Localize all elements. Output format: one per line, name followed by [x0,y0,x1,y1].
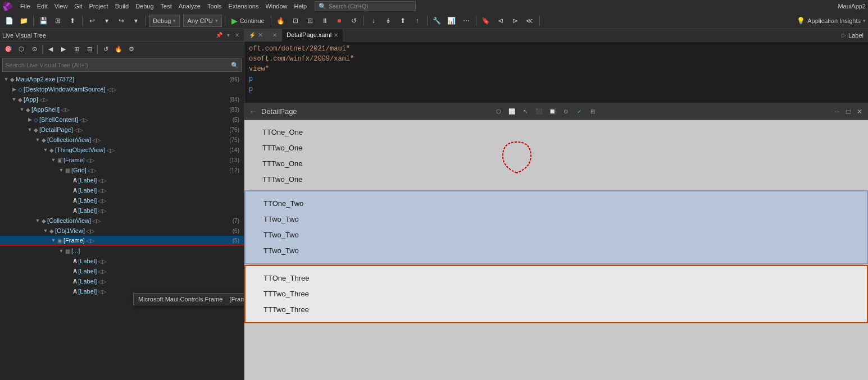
tree-node-14[interactable]: ▼ ◆ [CollectionView] ◁▷ (7) [0,216,244,226]
back-arrow-icon[interactable]: ← [249,107,258,117]
expand-icon-0[interactable]: ▼ [2,76,10,82]
tree-hot-reload-btn[interactable]: 🔥 [112,43,125,56]
preview-maximize-btn[interactable]: □ [844,108,852,116]
expand-icon-16[interactable]: ▼ [49,237,57,243]
preview-expand-btn[interactable]: ⊞ [588,107,598,117]
redo-dropdown-btn[interactable]: ▾ [129,14,143,28]
undo-dropdown-btn[interactable]: ▾ [100,14,113,28]
preview-select-btn[interactable]: 🔲 [547,107,557,117]
expand-icon-7[interactable]: ▼ [42,147,49,153]
platform-dropdown[interactable]: Any CPU ▾ [183,15,221,27]
menu-debug[interactable]: Debug [132,0,157,12]
tree-node-3[interactable]: ▼ ◆ [AppShell] ◁▷ (83) [0,104,244,115]
debug-tools-btn[interactable]: 🔧 [430,14,444,28]
expand-icon-3[interactable]: ▼ [18,107,26,112]
tree-settings-btn[interactable]: ⚙ [125,43,138,56]
preview-back-btn[interactable]: ⬡ [493,107,503,117]
step-btn4[interactable]: ↑ [411,14,424,28]
tree-node-4[interactable]: ▶ ◇ [ShellContent] ◁▷ (5) [0,115,244,125]
panel-menu-btn[interactable]: ▾ [224,31,233,40]
restart-btn[interactable]: ↺ [347,14,361,28]
tree-select-btn[interactable]: ⬡ [15,43,28,56]
tab-item-2[interactable]: ✕ [268,29,282,42]
preview-square-btn[interactable]: ⬜ [507,107,517,117]
expand-icon-11[interactable]: ▶ [65,187,73,193]
tree-node-13[interactable]: ▶ A [Label] ◁▷ [0,205,244,216]
tree-node-2[interactable]: ▼ ◆ [App] ◁▷ (84) [0,94,244,104]
tab-close-1[interactable]: ✕ [258,31,263,39]
bk-btn2[interactable]: ⊲ [494,14,507,28]
expand-icon-17[interactable]: ▼ [57,248,65,254]
menu-project[interactable]: Project [85,0,111,12]
debug-mode-dropdown[interactable]: Debug ▾ [149,15,180,27]
expand-icon-2[interactable]: ▼ [10,97,18,102]
tree-node-9[interactable]: ▼ ▦ [Grid] ◁▷ (12) [0,165,244,175]
tree-node-7[interactable]: ▼ ◆ [ThingObjectView] ◁▷ (14) [0,145,244,155]
tree-node-8[interactable]: ▼ ▣ [Frame] ◁▷ (13) [0,155,244,165]
tree-content[interactable]: ▼ ◆ MauiApp2.exe [7372] (86) ▶ ◇ [Deskto… [0,73,244,380]
panel-close-btn[interactable]: ✕ [233,31,242,40]
open-btn[interactable]: 📁 [17,14,30,28]
preview-check-btn[interactable]: ✓ [574,107,584,117]
save-btn[interactable]: 💾 [37,14,50,28]
tree-expand-all-btn[interactable]: ⊞ [70,43,83,56]
menu-extensions[interactable]: Extensions [225,0,262,12]
tree-node-15[interactable]: ▼ ◆ [Obj1View] ◁▷ (6) [0,226,244,236]
tree-target-btn[interactable]: 🎯 [2,43,15,56]
menu-test[interactable]: Test [157,0,175,12]
preview-rect-btn[interactable]: ⬛ [534,107,544,117]
expand-icon-8[interactable]: ▼ [49,157,57,163]
preview-close-btn[interactable]: ✕ [856,108,864,116]
redo-btn[interactable]: ↪ [115,14,128,28]
preview-highlight-btn[interactable]: ⊙ [561,107,571,117]
tree-node-6[interactable]: ▼ ◆ [CollectionView] ◁▷ (75) [0,135,244,145]
bk-btn4[interactable]: ≪ [523,14,537,28]
new-file-btn[interactable]: 📄 [2,14,16,28]
expand-icon-4[interactable]: ▶ [26,117,34,122]
menu-build[interactable]: Build [112,0,132,12]
tree-node-11[interactable]: ▶ A [Label] ◁▷ [0,185,244,195]
preview-pointer-btn[interactable]: ↖ [520,107,530,117]
tree-node-5[interactable]: ▼ ◆ [DetailPage] ◁▷ (76) [0,125,244,135]
app-insights-btn[interactable]: 💡 Application Insights ▾ [797,17,866,25]
continue-btn[interactable]: ▶ Continue [228,15,268,26]
tree-search-input[interactable] [3,62,229,68]
step-btn2[interactable]: ↡ [381,14,395,28]
save-all-btn[interactable]: ⊞ [51,14,65,28]
menu-file[interactable]: File [17,0,34,12]
menu-view[interactable]: View [51,0,71,12]
panel-pin-btn[interactable]: 📌 [215,31,224,40]
expand-icon-14[interactable]: ▼ [34,218,42,223]
debug-btn2[interactable]: ⊟ [303,14,317,28]
tree-node-12[interactable]: ▶ A [Label] ◁▷ [0,195,244,205]
hot-reload-btn[interactable]: 🔥 [274,14,288,28]
expand-icon-20[interactable]: ▶ [65,278,73,284]
debug-btn3[interactable]: ⏸ [318,14,331,28]
tree-node-1[interactable]: ▶ ◇ [DesktopWindowXamlSource] ◁ ▷ [0,84,244,94]
undo-btn[interactable]: ↩ [85,14,99,28]
tree-next-btn[interactable]: ▶ [57,43,70,56]
bk-btn3[interactable]: ⊳ [508,14,522,28]
menu-tools[interactable]: Tools [204,0,225,12]
tree-collapse-all-btn[interactable]: ⊟ [83,43,96,56]
expand-icon-12[interactable]: ▶ [65,198,73,203]
publish-btn[interactable]: ⬆ [66,14,79,28]
menu-analyze[interactable]: Analyze [175,0,204,12]
expand-icon-6[interactable]: ▼ [34,137,42,143]
expand-icon-18[interactable]: ▶ [65,258,73,264]
preview-minimize-btn[interactable]: ─ [833,108,841,116]
tree-node-10[interactable]: ▶ A [Label] ◁▷ [0,175,244,185]
expand-icon-21[interactable]: ▶ [65,289,73,294]
menu-help[interactable]: Help [291,0,311,12]
bookmark-btn[interactable]: 🔖 [479,14,493,28]
menu-git[interactable]: Git [71,0,85,12]
debug-btn1[interactable]: ⊡ [289,14,302,28]
tab-item-1[interactable]: ⚡ ✕ [244,29,268,42]
tree-node-18[interactable]: ▶ A [Label] ◁▷ [0,256,244,266]
stop-btn[interactable]: ■ [333,14,346,28]
tree-node-19[interactable]: ▶ A [Label] ◁▷ [0,266,244,276]
profile-btn[interactable]: 📊 [445,14,458,28]
tree-node-16[interactable]: ▼ ▣ [Frame] ◁▷ (5) [0,236,244,246]
expand-icon-9[interactable]: ▼ [57,167,65,173]
tree-node-0[interactable]: ▼ ◆ MauiApp2.exe [7372] (86) [0,74,244,84]
